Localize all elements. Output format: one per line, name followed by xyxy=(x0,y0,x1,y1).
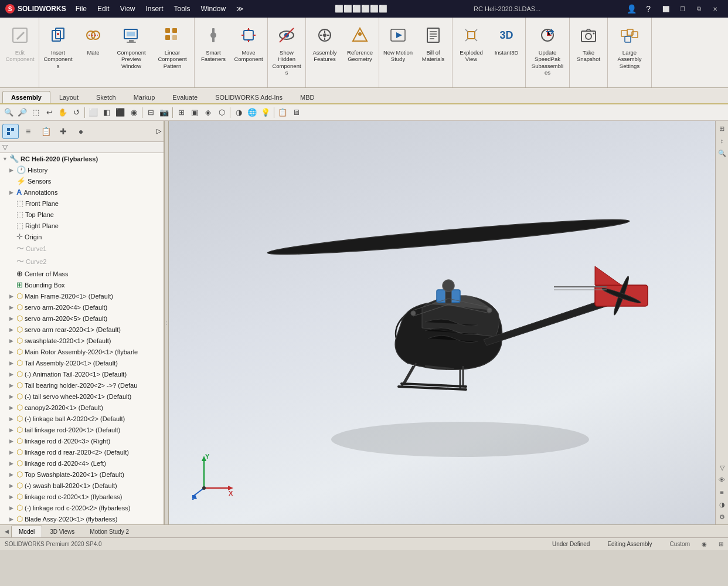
tree-item-swashplate[interactable]: ▶ ⬡ swashplate-2020<1> (Default) xyxy=(0,335,164,346)
tree-item-history[interactable]: ▶ 🕐 History xyxy=(0,164,164,175)
tab-mbd[interactable]: MBD xyxy=(291,91,323,103)
tree-item-linkage-rod-c2[interactable]: ▶ ⬡ (-) linkage rod c-2020<2> (flybarles… xyxy=(0,502,164,513)
tree-item-linkage-rod-d3[interactable]: ▶ ⬡ linkage rod d-2020<3> (Right) xyxy=(0,435,164,446)
3d-viewport[interactable]: Y X Z ⊞ ↕ 🔍 ▽ xyxy=(169,121,728,524)
appearance-button[interactable]: ◑ xyxy=(232,106,245,119)
view-box-button[interactable]: ⬡ xyxy=(215,106,228,119)
take-snapshot-button[interactable]: TakeSnapshot xyxy=(571,20,606,79)
smart-fasteners-button[interactable]: SmartFasteners xyxy=(196,20,231,79)
mate-button[interactable]: Mate xyxy=(76,20,111,79)
menu-file[interactable]: File xyxy=(71,4,91,14)
tree-item-main-frame[interactable]: ▶ ⬡ Main Frame-2020<1> (Default) xyxy=(0,290,164,302)
btab-model[interactable]: Model xyxy=(11,526,42,537)
menu-view[interactable]: View xyxy=(115,4,140,14)
panel-resize-handle[interactable]: ⋮ xyxy=(164,121,169,524)
tree-item-tail-linkage-rod[interactable]: ▶ ⬡ tail linkage rod-2020<1> (Default) xyxy=(0,424,164,435)
display-manager-tab-button[interactable]: ● xyxy=(73,124,89,139)
tree-item-front-plane[interactable]: ⬚ Front Plane xyxy=(0,198,164,209)
zoom-window-button[interactable]: ⬚ xyxy=(29,106,42,119)
layers-right-button[interactable]: ≡ xyxy=(717,487,727,497)
tree-item-curve1[interactable]: 〜 Curve1 xyxy=(0,242,164,255)
shaded-button[interactable]: ⬛ xyxy=(114,106,127,119)
tree-item-servo-arm-5[interactable]: ▶ ⬡ servo arm-2020<5> (Default) xyxy=(0,313,164,324)
tree-item-servo-arm-rear[interactable]: ▶ ⬡ servo arm rear-2020<1> (Default) xyxy=(0,324,164,335)
reference-geometry-button[interactable]: ReferenceGeometry xyxy=(342,20,377,79)
scroll-left-arrow[interactable]: ◀ xyxy=(2,529,11,534)
insert-components-button[interactable]: InsertComponents xyxy=(40,20,76,79)
instant3d-button[interactable]: 3D Instant3D xyxy=(489,20,524,79)
rotate-button[interactable]: ↺ xyxy=(70,106,83,119)
display-manager-button[interactable]: 📋 xyxy=(276,106,289,119)
menu-tools[interactable]: Tools xyxy=(169,4,195,14)
help-icon[interactable]: ? xyxy=(644,4,653,13)
pan-button[interactable]: ✋ xyxy=(56,106,69,119)
linear-pattern-button[interactable]: LinearComponentPattern xyxy=(152,20,193,79)
zoom-previous-button[interactable]: ↩ xyxy=(43,106,56,119)
tree-item-annotations[interactable]: ▶ A Annotations xyxy=(0,187,164,198)
menu-insert[interactable]: Insert xyxy=(141,4,168,14)
view-orient-button[interactable]: ▣ xyxy=(188,106,201,119)
tree-item-linkage-rod-d4[interactable]: ▶ ⬡ linkage rod d-2020<4> (Left) xyxy=(0,458,164,469)
tree-item-main-rotor[interactable]: ▶ ⬡ Main Rotor Assembly-2020<1> (flybarl… xyxy=(0,346,164,357)
view-3d-button[interactable]: ◈ xyxy=(202,106,215,119)
tab-layout[interactable]: Layout xyxy=(50,91,87,103)
menu-edit[interactable]: Edit xyxy=(93,4,114,14)
tree-item-bounding-box[interactable]: ⊞ Bounding Box xyxy=(0,279,164,290)
tab-evaluate[interactable]: Evaluate xyxy=(164,91,206,103)
assembly-features-button[interactable]: AssemblyFeatures xyxy=(307,20,342,79)
new-motion-study-button[interactable]: New MotionStudy xyxy=(380,20,416,79)
tree-item-origin[interactable]: ✛ Origin xyxy=(0,231,164,242)
tab-sketch[interactable]: Sketch xyxy=(87,91,125,103)
tree-item-servo-arm-4[interactable]: ▶ ⬡ servo arm-2020<4> (Default) xyxy=(0,302,164,313)
tree-item-curve2[interactable]: 〜 Curve2 xyxy=(0,255,164,268)
camera-button[interactable]: 📷 xyxy=(158,106,171,119)
move-component-button[interactable]: MoveComponent xyxy=(231,20,266,79)
tree-root-item[interactable]: ▼ 🔧 RC Heli-2020 (Flybarless) xyxy=(0,153,164,164)
edit-component-button[interactable]: EditComponent xyxy=(2,20,38,79)
lights-button[interactable]: 💡 xyxy=(259,106,272,119)
monitor-button[interactable]: 🖥 xyxy=(290,106,302,119)
close-button[interactable]: ✕ xyxy=(707,3,723,15)
view-cube-button[interactable]: ⊞ xyxy=(717,123,727,134)
tab-assembly[interactable]: Assembly xyxy=(2,91,50,103)
tree-item-linkage-rod-c1[interactable]: ▶ ⬡ linkage rod c-2020<1> (flybarless) xyxy=(0,491,164,502)
tree-item-linkage-ball-a[interactable]: ▶ ⬡ (-) linkage ball A-2020<2> (Default) xyxy=(0,413,164,424)
hidden-lines-button[interactable]: ◧ xyxy=(100,106,113,119)
btab-motion-study[interactable]: Motion Study 2 xyxy=(82,526,137,537)
show-hidden-button[interactable]: ShowHiddenComponents xyxy=(269,20,304,79)
feature-tree[interactable]: ▼ 🔧 RC Heli-2020 (Flybarless) ▶ 🕐 Histor… xyxy=(0,153,164,524)
zoom-to-fit-button[interactable]: 🔍 xyxy=(2,106,15,119)
settings-right-button[interactable]: ⚙ xyxy=(717,512,727,522)
user-icon[interactable]: 👤 xyxy=(624,4,639,13)
bill-of-materials-button[interactable]: Bill ofMaterials xyxy=(416,20,451,79)
panel-expand-button[interactable]: ▷ xyxy=(157,127,161,135)
tree-item-center-of-mass[interactable]: ⊕ Center of Mass xyxy=(0,268,164,279)
eye-right-button[interactable]: 👁 xyxy=(717,475,727,485)
exploded-view-button[interactable]: ExplodedView xyxy=(454,20,489,79)
tree-item-sensors[interactable]: ⚡ Sensors xyxy=(0,175,164,187)
feature-manager-button[interactable] xyxy=(2,124,19,139)
tree-item-tail-servo-wheel[interactable]: ▶ ⬡ (-) tail servo wheel-2020<1> (Defaul… xyxy=(0,391,164,402)
maximize-button[interactable]: ❐ xyxy=(674,3,690,15)
property-manager-button[interactable]: ≡ xyxy=(20,124,36,139)
tree-item-canopy[interactable]: ▶ ⬡ canopy2-2020<1> (Default) xyxy=(0,402,164,413)
tree-item-tail-bearing[interactable]: ▶ ⬡ Tail bearing holder-2020<2> ->? (Def… xyxy=(0,380,164,391)
btab-3d-views[interactable]: 3D Views xyxy=(42,526,82,537)
tree-item-tail-assembly[interactable]: ▶ ⬡ Tail Assembly-2020<1> (Default) xyxy=(0,357,164,368)
tree-item-top-swashplate[interactable]: ▶ ⬡ Top Swashplate-2020<1> (Default) xyxy=(0,469,164,480)
tree-item-swash-ball[interactable]: ▶ ⬡ (-) swash ball-2020<1> (Default) xyxy=(0,480,164,491)
dxf-button[interactable]: ✚ xyxy=(55,124,72,139)
zoom-in-button[interactable]: 🔎 xyxy=(16,106,29,119)
scene-button[interactable]: 🌐 xyxy=(246,106,258,119)
tree-item-top-plane[interactable]: ⬚ Top Plane xyxy=(0,209,164,220)
tree-item-blade-assy[interactable]: ▶ ⬡ Blade Assy-2020<1> (flybarless) xyxy=(0,513,164,524)
minimize-button[interactable]: ⬜ xyxy=(658,3,674,15)
configuration-manager-button[interactable]: 📋 xyxy=(38,124,54,139)
section-view-button[interactable]: ⊟ xyxy=(144,106,157,119)
menu-window[interactable]: Window xyxy=(196,4,231,14)
standard-views-button[interactable]: ⊞ xyxy=(175,106,188,119)
tree-item-linkage-rod-d-rear2[interactable]: ▶ ⬡ linkage rod d rear-2020<2> (Default) xyxy=(0,446,164,458)
shaded-edges-button[interactable]: ◉ xyxy=(127,106,140,119)
tab-addins[interactable]: SOLIDWORKS Add-Ins xyxy=(206,91,291,103)
wireframe-button[interactable]: ⬜ xyxy=(87,106,100,119)
